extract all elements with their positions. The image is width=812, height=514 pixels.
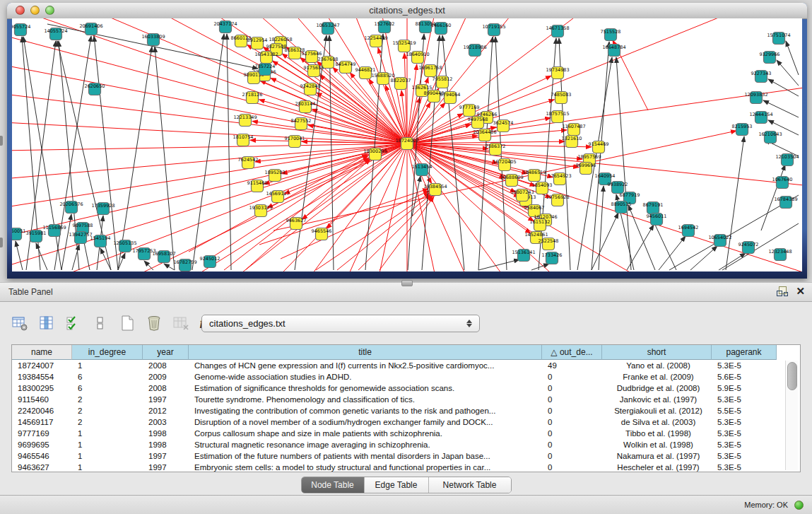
table-cell[interactable]: 9777169: [12, 428, 72, 439]
tab-node-table[interactable]: Node Table: [302, 477, 365, 493]
network-node[interactable]: 2620650: [85, 83, 105, 95]
show-columns-icon[interactable]: [38, 315, 55, 332]
network-edge[interactable]: [12, 144, 407, 160]
network-node[interactable]: 12103504: [775, 154, 799, 166]
network-node[interactable]: 9245072: [739, 242, 759, 254]
table-cell[interactable]: Estimation of significance thresholds fo…: [189, 382, 542, 394]
table-row[interactable]: 1872400712008Changes of HCN gene express…: [12, 360, 800, 371]
window-titlebar[interactable]: citations_edges.txt: [7, 3, 807, 19]
table-cell[interactable]: 0: [542, 416, 602, 428]
network-edge[interactable]: [12, 18, 407, 144]
network-edge[interactable]: [412, 176, 420, 216]
network-node[interactable]: 8427552: [291, 118, 312, 130]
table-cell[interactable]: Franke et al. (2009): [602, 371, 712, 382]
network-edge[interactable]: [100, 248, 111, 270]
network-node[interactable]: 9465546: [312, 228, 332, 240]
table-cell[interactable]: Corpus callosum shape and size in male p…: [189, 428, 542, 439]
network-node[interactable]: 7624542: [238, 157, 259, 169]
table-cell[interactable]: 1: [72, 428, 143, 439]
network-edge[interactable]: [118, 47, 152, 270]
table-cell[interactable]: Estimation of the future numbers of pati…: [189, 450, 542, 462]
control-panel-resize-handle[interactable]: [0, 238, 3, 247]
table-row[interactable]: 946362711997Embryonic stem cells: a mode…: [12, 462, 800, 472]
network-edge[interactable]: [12, 18, 407, 144]
table-cell[interactable]: 1: [72, 450, 143, 462]
table-cell[interactable]: 1: [72, 360, 143, 371]
table-cell[interactable]: Tibbo et al. (1998): [602, 428, 712, 439]
network-edge[interactable]: [768, 79, 799, 96]
network-node[interactable]: 9227343: [751, 71, 772, 83]
table-row[interactable]: 1938455462009Genome-wide association stu…: [12, 371, 800, 382]
table-cell[interactable]: 9463627: [12, 462, 72, 472]
network-node[interactable]: 9115460: [247, 180, 268, 192]
network-node[interactable]: 16958107: [152, 251, 175, 263]
network-edge[interactable]: [627, 225, 654, 270]
table-cell[interactable]: 2: [72, 394, 143, 405]
network-edge[interactable]: [12, 18, 407, 144]
network-edge[interactable]: [777, 60, 799, 86]
network-edge[interactable]: [337, 194, 431, 270]
table-cell[interactable]: 5.3E-5: [712, 394, 777, 405]
network-edge[interactable]: [478, 259, 519, 270]
network-edge[interactable]: [12, 18, 407, 144]
minimize-window-button[interactable]: [30, 6, 40, 15]
network-edge[interactable]: [61, 214, 71, 270]
table-cell[interactable]: 5.3E-5: [712, 462, 777, 472]
network-edge[interactable]: [260, 81, 407, 144]
table-cell[interactable]: 5.6E-5: [712, 371, 777, 382]
network-edge[interactable]: [37, 18, 407, 144]
table-cell[interactable]: Investigating the contribution of common…: [189, 405, 542, 416]
table-row[interactable]: 2242004622012Investigating the contribut…: [12, 405, 800, 416]
table-cell[interactable]: Disruption of a novel member of a sodium…: [189, 416, 542, 428]
table-cell[interactable]: 2: [72, 405, 143, 416]
unselect-all-icon[interactable]: [92, 315, 109, 332]
table-cell[interactable]: 1997: [143, 394, 189, 405]
network-node[interactable]: 10719155: [482, 24, 505, 36]
network-node[interactable]: 13942757: [69, 232, 92, 244]
table-scrollbar[interactable]: [785, 361, 798, 470]
network-node[interactable]: 20364486: [473, 129, 496, 141]
table-cell[interactable]: Stergiakouli et al. (2012): [602, 405, 712, 416]
tab-edge-table[interactable]: Edge Table: [365, 477, 429, 493]
table-row[interactable]: 977716911998Corpus callosum shape and si…: [12, 428, 800, 439]
table-cell[interactable]: 2008: [143, 382, 189, 394]
table-cell[interactable]: Changes of HCN gene expression and I(f) …: [189, 360, 542, 371]
table-cell[interactable]: 5.9E-5: [712, 382, 777, 394]
table-cell[interactable]: 2003: [143, 416, 189, 428]
network-node[interactable]: 8679191: [643, 202, 664, 214]
network-edge[interactable]: [722, 223, 799, 270]
table-cell[interactable]: 0: [542, 405, 602, 416]
network-node[interactable]: 18486519: [522, 170, 546, 182]
zoom-window-button[interactable]: [45, 6, 54, 15]
network-edge[interactable]: [12, 18, 407, 144]
float-panel-icon[interactable]: [776, 286, 787, 297]
panel-divider-grip[interactable]: [401, 280, 413, 286]
delete-column-disabled-icon[interactable]: [172, 315, 189, 332]
network-edge[interactable]: [12, 18, 407, 144]
table-cell[interactable]: 6: [72, 382, 143, 394]
network-node[interactable]: 19756928: [546, 194, 569, 206]
table-cell[interactable]: 5.3E-5: [712, 360, 777, 371]
table-cell[interactable]: Wolkin et al. (1998): [602, 439, 712, 450]
delete-table-icon[interactable]: [146, 315, 163, 332]
network-edge[interactable]: [599, 186, 604, 270]
table-cell[interactable]: 6: [72, 371, 143, 382]
network-edge[interactable]: [16, 241, 23, 270]
column-header-title[interactable]: title: [189, 345, 542, 360]
column-header-year[interactable]: year: [143, 345, 189, 360]
close-panel-icon[interactable]: ✕: [796, 286, 805, 297]
table-cell[interactable]: 0: [542, 371, 602, 382]
network-node[interactable]: 1694542: [678, 225, 699, 237]
table-cell[interactable]: 0: [542, 462, 602, 472]
network-edge[interactable]: [317, 93, 407, 144]
table-cell[interactable]: 9115460: [12, 394, 72, 405]
table-cell[interactable]: 1: [72, 462, 143, 472]
table-cell[interactable]: 9465546: [12, 450, 72, 462]
table-cell[interactable]: 5.3E-5: [712, 450, 777, 462]
table-settings-icon[interactable]: [11, 315, 28, 332]
network-node[interactable]: 16210643: [758, 132, 782, 144]
scrollbar-thumb[interactable]: [787, 362, 797, 390]
network-edge[interactable]: [719, 253, 746, 270]
column-header-short[interactable]: short: [602, 345, 712, 360]
network-node[interactable]: 1854093: [532, 182, 553, 194]
